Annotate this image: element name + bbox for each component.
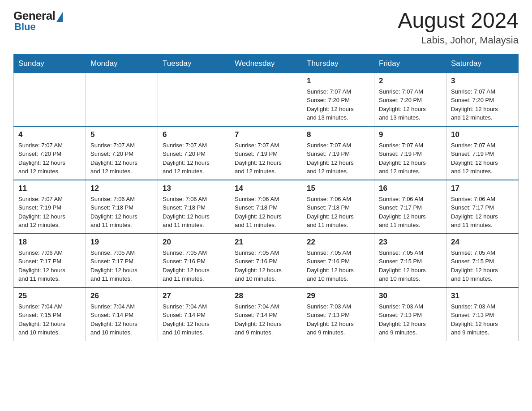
day-number: 26	[90, 291, 153, 300]
calendar-day-cell: 25Sunrise: 7:04 AMSunset: 7:15 PMDayligh…	[14, 287, 86, 341]
day-number: 27	[163, 291, 225, 300]
location-text: Labis, Johor, Malaysia	[398, 34, 519, 46]
day-info: Sunrise: 7:03 AMSunset: 7:13 PMDaylight:…	[379, 302, 442, 337]
calendar-day-cell: 8Sunrise: 7:07 AMSunset: 7:19 PMDaylight…	[302, 126, 374, 180]
day-info: Sunrise: 7:07 AMSunset: 7:19 PMDaylight:…	[379, 141, 442, 176]
day-info: Sunrise: 7:07 AMSunset: 7:20 PMDaylight:…	[18, 141, 81, 176]
day-number: 7	[235, 130, 297, 139]
day-number: 13	[163, 184, 225, 193]
day-info: Sunrise: 7:06 AMSunset: 7:18 PMDaylight:…	[235, 195, 297, 230]
title-area: August 2024 Labis, Johor, Malaysia	[398, 9, 519, 46]
day-number: 19	[90, 238, 153, 247]
calendar-day-cell: 26Sunrise: 7:04 AMSunset: 7:14 PMDayligh…	[86, 287, 158, 341]
day-of-week-header: Wednesday	[230, 54, 302, 73]
day-number: 18	[18, 238, 81, 247]
calendar-day-cell: 11Sunrise: 7:07 AMSunset: 7:19 PMDayligh…	[14, 180, 86, 234]
calendar-day-cell	[14, 73, 86, 126]
calendar-day-cell: 2Sunrise: 7:07 AMSunset: 7:20 PMDaylight…	[374, 73, 446, 126]
calendar-day-cell: 1Sunrise: 7:07 AMSunset: 7:20 PMDaylight…	[302, 73, 374, 126]
calendar-day-cell: 9Sunrise: 7:07 AMSunset: 7:19 PMDaylight…	[374, 126, 446, 180]
month-title: August 2024	[398, 9, 519, 33]
day-number: 11	[18, 184, 81, 193]
calendar-day-cell: 29Sunrise: 7:03 AMSunset: 7:13 PMDayligh…	[302, 287, 374, 341]
calendar-header-row: SundayMondayTuesdayWednesdayThursdayFrid…	[14, 54, 519, 73]
calendar-day-cell: 20Sunrise: 7:05 AMSunset: 7:16 PMDayligh…	[158, 234, 230, 287]
day-number: 3	[451, 77, 514, 86]
day-number: 2	[379, 77, 442, 86]
day-number: 31	[451, 291, 514, 300]
day-info: Sunrise: 7:06 AMSunset: 7:17 PMDaylight:…	[18, 248, 81, 283]
calendar-day-cell: 12Sunrise: 7:06 AMSunset: 7:18 PMDayligh…	[86, 180, 158, 234]
day-info: Sunrise: 7:07 AMSunset: 7:20 PMDaylight:…	[307, 87, 369, 122]
calendar-day-cell: 28Sunrise: 7:04 AMSunset: 7:14 PMDayligh…	[230, 287, 302, 341]
day-number: 14	[235, 184, 297, 193]
day-info: Sunrise: 7:04 AMSunset: 7:14 PMDaylight:…	[90, 302, 153, 337]
day-info: Sunrise: 7:04 AMSunset: 7:14 PMDaylight:…	[235, 302, 297, 337]
calendar-day-cell: 13Sunrise: 7:06 AMSunset: 7:18 PMDayligh…	[158, 180, 230, 234]
day-info: Sunrise: 7:07 AMSunset: 7:19 PMDaylight:…	[18, 195, 81, 230]
day-number: 16	[379, 184, 442, 193]
day-info: Sunrise: 7:07 AMSunset: 7:20 PMDaylight:…	[379, 87, 442, 122]
day-info: Sunrise: 7:06 AMSunset: 7:18 PMDaylight:…	[163, 195, 225, 230]
calendar-week-row: 25Sunrise: 7:04 AMSunset: 7:15 PMDayligh…	[14, 287, 519, 341]
day-of-week-header: Thursday	[302, 54, 374, 73]
calendar-week-row: 4Sunrise: 7:07 AMSunset: 7:20 PMDaylight…	[14, 126, 519, 180]
day-number: 5	[90, 130, 153, 139]
calendar-day-cell: 3Sunrise: 7:07 AMSunset: 7:20 PMDaylight…	[446, 73, 519, 126]
day-info: Sunrise: 7:04 AMSunset: 7:14 PMDaylight:…	[163, 302, 225, 337]
day-of-week-header: Saturday	[446, 54, 519, 73]
day-info: Sunrise: 7:07 AMSunset: 7:19 PMDaylight:…	[451, 141, 514, 176]
day-number: 25	[18, 291, 81, 300]
day-info: Sunrise: 7:05 AMSunset: 7:16 PMDaylight:…	[163, 248, 225, 283]
day-of-week-header: Tuesday	[158, 54, 230, 73]
day-info: Sunrise: 7:05 AMSunset: 7:16 PMDaylight:…	[307, 248, 369, 283]
day-number: 17	[451, 184, 514, 193]
day-number: 12	[90, 184, 153, 193]
calendar-day-cell: 31Sunrise: 7:03 AMSunset: 7:13 PMDayligh…	[446, 287, 519, 341]
calendar-day-cell: 30Sunrise: 7:03 AMSunset: 7:13 PMDayligh…	[374, 287, 446, 341]
day-info: Sunrise: 7:07 AMSunset: 7:20 PMDaylight:…	[90, 141, 153, 176]
calendar-day-cell: 19Sunrise: 7:05 AMSunset: 7:17 PMDayligh…	[86, 234, 158, 287]
calendar-day-cell	[230, 73, 302, 126]
page-header: General Blue August 2024 Labis, Johor, M…	[13, 9, 519, 46]
day-info: Sunrise: 7:07 AMSunset: 7:20 PMDaylight:…	[451, 87, 514, 122]
day-info: Sunrise: 7:04 AMSunset: 7:15 PMDaylight:…	[18, 302, 81, 337]
calendar-day-cell	[158, 73, 230, 126]
day-number: 6	[163, 130, 225, 139]
calendar-table: SundayMondayTuesdayWednesdayThursdayFrid…	[13, 54, 519, 341]
day-number: 22	[307, 238, 369, 247]
calendar-day-cell: 7Sunrise: 7:07 AMSunset: 7:19 PMDaylight…	[230, 126, 302, 180]
calendar-day-cell: 27Sunrise: 7:04 AMSunset: 7:14 PMDayligh…	[158, 287, 230, 341]
calendar-day-cell: 17Sunrise: 7:06 AMSunset: 7:17 PMDayligh…	[446, 180, 519, 234]
day-info: Sunrise: 7:07 AMSunset: 7:19 PMDaylight:…	[307, 141, 369, 176]
day-info: Sunrise: 7:05 AMSunset: 7:15 PMDaylight:…	[379, 248, 442, 283]
day-info: Sunrise: 7:06 AMSunset: 7:18 PMDaylight:…	[90, 195, 153, 230]
calendar-day-cell: 21Sunrise: 7:05 AMSunset: 7:16 PMDayligh…	[230, 234, 302, 287]
day-number: 20	[163, 238, 225, 247]
calendar-day-cell: 23Sunrise: 7:05 AMSunset: 7:15 PMDayligh…	[374, 234, 446, 287]
day-number: 29	[307, 291, 369, 300]
day-of-week-header: Monday	[86, 54, 158, 73]
calendar-day-cell: 18Sunrise: 7:06 AMSunset: 7:17 PMDayligh…	[14, 234, 86, 287]
day-number: 9	[379, 130, 442, 139]
day-number: 8	[307, 130, 369, 139]
day-number: 1	[307, 77, 369, 86]
day-info: Sunrise: 7:03 AMSunset: 7:13 PMDaylight:…	[307, 302, 369, 337]
day-of-week-header: Friday	[374, 54, 446, 73]
day-info: Sunrise: 7:07 AMSunset: 7:20 PMDaylight:…	[163, 141, 225, 176]
day-info: Sunrise: 7:03 AMSunset: 7:13 PMDaylight:…	[451, 302, 514, 337]
day-number: 30	[379, 291, 442, 300]
day-number: 10	[451, 130, 514, 139]
day-number: 24	[451, 238, 514, 247]
day-number: 28	[235, 291, 297, 300]
day-info: Sunrise: 7:05 AMSunset: 7:16 PMDaylight:…	[235, 248, 297, 283]
calendar-week-row: 11Sunrise: 7:07 AMSunset: 7:19 PMDayligh…	[14, 180, 519, 234]
calendar-day-cell: 4Sunrise: 7:07 AMSunset: 7:20 PMDaylight…	[14, 126, 86, 180]
day-info: Sunrise: 7:06 AMSunset: 7:17 PMDaylight:…	[379, 195, 442, 230]
calendar-day-cell: 24Sunrise: 7:05 AMSunset: 7:15 PMDayligh…	[446, 234, 519, 287]
calendar-day-cell	[86, 73, 158, 126]
day-number: 4	[18, 130, 81, 139]
calendar-week-row: 18Sunrise: 7:06 AMSunset: 7:17 PMDayligh…	[14, 234, 519, 287]
calendar-day-cell: 22Sunrise: 7:05 AMSunset: 7:16 PMDayligh…	[302, 234, 374, 287]
day-info: Sunrise: 7:06 AMSunset: 7:17 PMDaylight:…	[451, 195, 514, 230]
